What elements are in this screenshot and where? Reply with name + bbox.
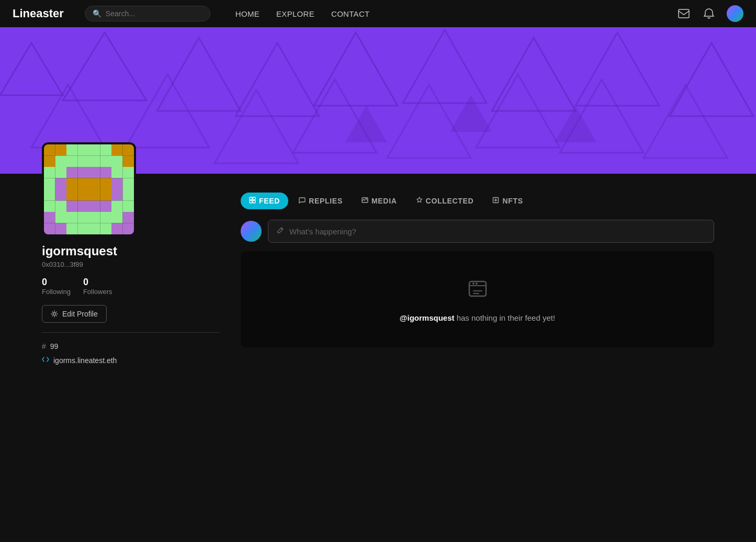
profile-left: igormsquest 0x0310...3f89 0 Following 0 …: [42, 184, 220, 365]
profile-username: igormsquest: [42, 244, 220, 258]
svg-rect-79: [55, 223, 67, 235]
tab-nfts[interactable]: NFTS: [484, 193, 531, 209]
svg-rect-82: [89, 223, 100, 235]
code-icon: [42, 356, 49, 365]
svg-rect-60: [111, 189, 123, 201]
svg-rect-52: [111, 178, 123, 190]
tab-collected-label: COLLECTED: [426, 197, 474, 205]
compose-icon: [277, 227, 284, 236]
svg-rect-81: [78, 223, 89, 235]
mail-icon[interactable]: [676, 6, 691, 21]
svg-rect-38: [44, 167, 55, 178]
tab-media-label: MEDIA: [371, 197, 397, 205]
navbar: Lineaster 🔍 HOME EXPLORE CONTACT: [0, 0, 756, 27]
svg-rect-65: [78, 201, 89, 212]
ens-item: igorms.lineatest.eth: [42, 356, 220, 365]
svg-rect-68: [111, 201, 123, 212]
svg-rect-56: [66, 189, 78, 201]
svg-rect-41: [78, 167, 89, 178]
divider: [42, 332, 220, 333]
svg-rect-73: [78, 212, 89, 223]
tab-feed[interactable]: FEED: [241, 193, 288, 209]
rank-value: 99: [50, 342, 59, 351]
nfts-icon: [492, 197, 499, 205]
edit-profile-label: Edit Profile: [62, 310, 98, 318]
search-icon: 🔍: [93, 9, 101, 18]
hash-icon: #: [42, 342, 46, 351]
nav-links: HOME EXPLORE CONTACT: [235, 9, 370, 18]
svg-rect-22: [44, 144, 55, 156]
tab-feed-label: FEED: [259, 197, 280, 205]
bell-icon[interactable]: [702, 6, 716, 21]
media-icon: [362, 197, 368, 205]
search-input[interactable]: [106, 9, 202, 18]
followers-stat: 0 Followers: [83, 277, 112, 296]
svg-rect-64: [66, 201, 78, 212]
post-avatar: [241, 221, 262, 242]
tab-replies-label: REPLIES: [309, 197, 343, 205]
nav-contact[interactable]: CONTACT: [331, 9, 369, 18]
svg-rect-54: [44, 189, 55, 201]
svg-rect-78: [44, 223, 55, 235]
svg-rect-0: [679, 9, 689, 18]
nav-home[interactable]: HOME: [235, 9, 259, 18]
post-input-box[interactable]: What's happening?: [268, 220, 714, 243]
empty-feed: @igormsquest has nothing in their feed y…: [241, 251, 714, 347]
svg-rect-66: [89, 201, 100, 212]
svg-rect-33: [78, 156, 89, 167]
followers-count: 0: [83, 277, 112, 288]
svg-rect-48: [66, 178, 78, 190]
svg-rect-85: [123, 223, 134, 235]
profile-avatar-wrapper: [42, 142, 136, 236]
tab-collected[interactable]: COLLECTED: [408, 193, 482, 209]
svg-rect-59: [100, 189, 112, 201]
following-label: Following: [42, 288, 71, 296]
svg-point-95: [476, 283, 478, 285]
nav-explore[interactable]: EXPLORE: [276, 9, 314, 18]
feed-icon: [249, 197, 256, 205]
svg-rect-24: [66, 144, 78, 156]
profile-meta: # 99 igorms.lineatest.eth: [42, 342, 220, 365]
followers-label: Followers: [83, 288, 112, 296]
rank-item: # 99: [42, 342, 220, 351]
profile-area: igormsquest 0x0310...3f89 0 Following 0 …: [0, 174, 756, 365]
nav-right: [676, 5, 743, 22]
post-input-placeholder: What's happening?: [289, 227, 356, 236]
edit-profile-button[interactable]: Edit Profile: [42, 305, 107, 323]
svg-rect-84: [111, 223, 123, 235]
svg-rect-35: [100, 156, 112, 167]
svg-rect-77: [123, 212, 134, 223]
tab-media[interactable]: MEDIA: [353, 193, 405, 209]
svg-rect-72: [66, 212, 78, 223]
svg-rect-51: [100, 178, 112, 190]
svg-rect-55: [55, 189, 67, 201]
svg-rect-70: [44, 212, 55, 223]
svg-rect-27: [100, 144, 112, 156]
svg-rect-75: [100, 212, 112, 223]
wallet-address: 0x0310...3f89: [42, 261, 220, 268]
pixel-avatar: [44, 144, 134, 234]
svg-rect-47: [55, 178, 67, 190]
following-stat: 0 Following: [42, 277, 71, 296]
profile-right: FEED REPLIES MEDIA: [241, 184, 714, 365]
svg-rect-44: [111, 167, 123, 178]
svg-rect-89: [250, 200, 252, 203]
svg-rect-53: [123, 178, 134, 190]
svg-point-94: [472, 283, 475, 285]
empty-feed-text: @igormsquest has nothing in their feed y…: [400, 313, 555, 322]
svg-rect-88: [253, 197, 255, 200]
svg-rect-76: [111, 212, 123, 223]
empty-feed-icon: [465, 276, 490, 306]
follow-stats: 0 Following 0 Followers: [42, 277, 220, 296]
svg-rect-58: [89, 189, 100, 201]
svg-rect-63: [55, 201, 67, 212]
tab-replies[interactable]: REPLIES: [290, 193, 351, 209]
svg-rect-25: [78, 144, 89, 156]
svg-rect-74: [89, 212, 100, 223]
svg-rect-26: [89, 144, 100, 156]
svg-rect-71: [55, 212, 67, 223]
search-box[interactable]: 🔍: [85, 6, 210, 21]
svg-rect-87: [250, 197, 252, 200]
svg-rect-36: [111, 156, 123, 167]
user-avatar[interactable]: [727, 5, 743, 22]
